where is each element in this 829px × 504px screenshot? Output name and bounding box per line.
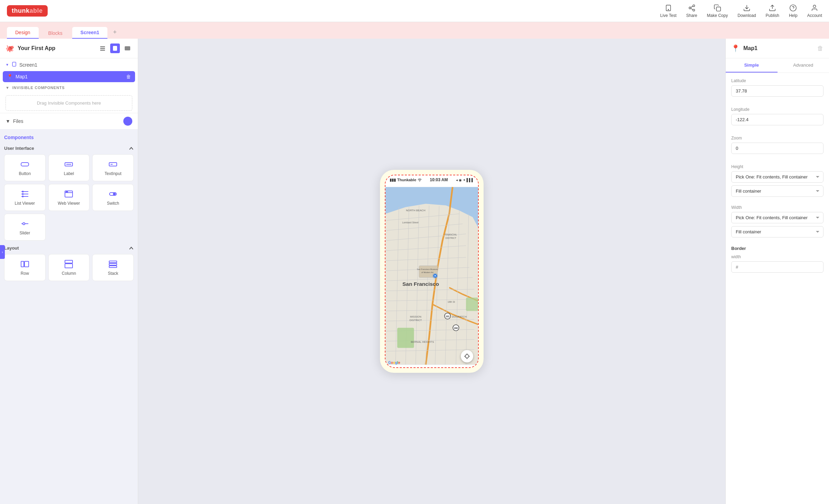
map1-item[interactable]: 📍 Map1 🗑	[3, 71, 135, 82]
share-button[interactable]: Share	[686, 4, 697, 18]
components-panel: Components User Interface Button Label	[0, 129, 138, 504]
component-row-label: Row	[21, 271, 29, 276]
files-section[interactable]: ▼ Files	[0, 113, 138, 129]
longitude-input[interactable]	[731, 114, 823, 125]
right-panel-title: Map1	[743, 45, 814, 51]
screen1-label: Screen1	[19, 62, 37, 68]
svg-text:of Modern Art: of Modern Art	[421, 271, 433, 273]
center-panel: ▮▮▮ Thunkable 10:03 AM ◂ ◉ ✶ ▌▌▌	[138, 39, 725, 504]
phone-signal-carrier: ▮▮▮ Thunkable	[390, 178, 422, 182]
tab-screen1[interactable]: Screen1	[72, 27, 107, 39]
svg-rect-44	[109, 263, 117, 265]
svg-rect-23	[109, 163, 117, 166]
help-icon	[789, 4, 797, 12]
location-button[interactable]	[461, 350, 473, 362]
files-expand-button[interactable]	[123, 117, 132, 126]
zoom-group: Zoom	[731, 136, 823, 159]
component-button[interactable]: Button	[4, 154, 46, 181]
component-webviewer[interactable]: Web Viewer	[48, 184, 90, 211]
publish-button[interactable]: Publish	[766, 4, 779, 18]
main-layout: 🐙 Your First App ▼ Screen1	[0, 39, 829, 504]
latitude-label: Latitude	[731, 78, 823, 83]
wifi-icon	[418, 178, 422, 182]
svg-point-28	[22, 191, 23, 192]
svg-point-90	[435, 275, 436, 277]
invisible-components-header[interactable]: ▼ INVISIBLE COMPONENTS	[0, 82, 138, 93]
tab-simple[interactable]: Simple	[726, 58, 778, 72]
latitude-group: Latitude	[731, 78, 823, 101]
view-icon-mobile[interactable]	[110, 43, 120, 53]
component-listviewer[interactable]: List Viewer	[4, 184, 46, 211]
app-name: Your First App	[18, 45, 94, 51]
svg-text:BERNAL HEIGHTS: BERNAL HEIGHTS	[411, 340, 434, 343]
svg-point-30	[22, 196, 23, 197]
map-preview: NORTH BEACH FINANCIAL DISTRICT Lombard S…	[385, 184, 478, 367]
screen-arrow-icon: ▼	[6, 63, 9, 67]
left-panel: 🐙 Your First App ▼ Screen1	[0, 39, 138, 504]
layout-section-label: Layout	[4, 245, 19, 251]
google-logo: Google	[388, 361, 400, 365]
drag-zone-text: Drag Invisible Components here	[37, 100, 101, 106]
svg-rect-18	[125, 46, 130, 50]
width-fill-select[interactable]: Fill container	[731, 226, 823, 238]
tab-design[interactable]: Design	[7, 27, 39, 39]
tab-advanced[interactable]: Advanced	[778, 58, 829, 72]
component-row[interactable]: Row	[4, 254, 46, 281]
svg-rect-70	[466, 298, 478, 311]
component-stack-label: Stack	[108, 271, 118, 276]
svg-text:San Francisco: San Francisco	[402, 281, 439, 287]
svg-rect-19	[12, 62, 16, 66]
component-textinput[interactable]: TextInput	[92, 154, 134, 181]
svg-rect-39	[21, 261, 24, 267]
screen1-item[interactable]: ▼ Screen1	[0, 58, 138, 71]
width-pick-select[interactable]: Pick One: Fit contents, Fill container F…	[731, 212, 823, 223]
scroll-indicator[interactable]: ›	[0, 245, 5, 259]
svg-rect-15	[100, 50, 105, 51]
tab-blocks[interactable]: Blocks	[40, 28, 71, 39]
live-test-button[interactable]: Live Test	[660, 4, 676, 18]
height-pick-select[interactable]: Pick One: Fit contents, Fill container F…	[731, 171, 823, 183]
component-column-label: Column	[62, 271, 76, 276]
svg-point-4	[693, 9, 695, 11]
svg-rect-43	[109, 261, 117, 263]
border-group: Border width	[731, 246, 823, 275]
component-slider[interactable]: Slider	[4, 214, 46, 241]
svg-rect-14	[100, 48, 105, 49]
zoom-input[interactable]	[731, 143, 823, 154]
files-arrow-icon: ▼	[6, 118, 10, 124]
svg-line-5	[690, 8, 693, 10]
download-button[interactable]: Download	[737, 4, 756, 18]
svg-rect-41	[65, 260, 73, 263]
component-stack[interactable]: Stack	[92, 254, 134, 281]
svg-text:DOGPATCH: DOGPATCH	[452, 315, 467, 318]
component-textinput-label: TextInput	[105, 171, 122, 176]
right-panel-delete-button[interactable]: 🗑	[817, 45, 823, 52]
download-icon	[743, 4, 751, 12]
map1-delete-button[interactable]: 🗑	[126, 74, 131, 79]
svg-text:NORTH BEACH: NORTH BEACH	[406, 209, 425, 212]
height-fill-select[interactable]: Fill container	[731, 185, 823, 197]
ui-section-header[interactable]: User Interface	[4, 146, 134, 151]
stack-icon	[108, 259, 118, 269]
switch-icon	[108, 189, 118, 199]
view-icon-tablet[interactable]	[123, 43, 132, 53]
layout-section-header[interactable]: Layout	[4, 245, 134, 251]
account-button[interactable]: Account	[807, 4, 822, 18]
view-icon-list[interactable]	[98, 43, 107, 53]
button-icon	[20, 159, 30, 169]
right-panel-header: 📍 Map1 🗑	[726, 39, 829, 58]
phone-outer: ▮▮▮ Thunkable 10:03 AM ◂ ◉ ✶ ▌▌▌	[380, 170, 484, 373]
live-test-icon	[665, 4, 672, 12]
svg-rect-17	[114, 50, 115, 50]
component-column[interactable]: Column	[48, 254, 90, 281]
right-panel: 📍 Map1 🗑 Simple Advanced Latitude Longit…	[725, 39, 829, 504]
help-button[interactable]: Help	[789, 4, 798, 18]
battery-icon: ▌▌▌	[467, 178, 474, 182]
border-width-input[interactable]	[731, 261, 823, 273]
latitude-input[interactable]	[731, 85, 823, 97]
svg-rect-40	[25, 261, 29, 267]
component-label[interactable]: Label	[48, 154, 90, 181]
tab-add-button[interactable]: +	[109, 26, 121, 39]
make-copy-button[interactable]: Make Copy	[707, 4, 728, 18]
component-switch[interactable]: Switch	[92, 184, 134, 211]
